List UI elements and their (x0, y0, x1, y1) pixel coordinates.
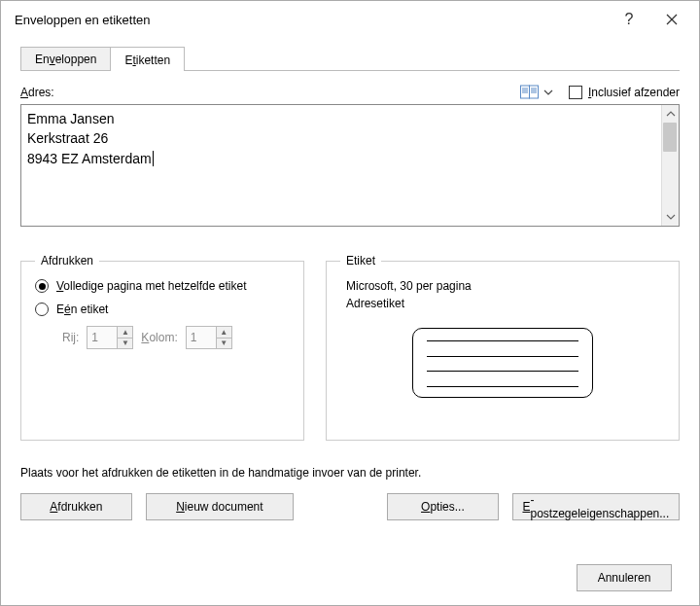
tab-labels-content: Adres: Inclusie (15, 71, 685, 553)
dialog-body: Enveloppen Etiketten Adres: (1, 38, 699, 605)
address-book-icon (520, 85, 540, 100)
print-group: Afdrukken Volledige pagina met hetzelfde… (20, 254, 304, 441)
label-info-line: Adresetiket (346, 297, 665, 310)
col-label: Kolom: (141, 331, 177, 344)
address-row: Adres: Inclusie (20, 85, 680, 100)
address-textarea[interactable]: Emma Jansen Kerkstraat 26 8943 EZ Amster… (20, 104, 680, 227)
radio-dot (39, 283, 46, 290)
preview-line (427, 386, 578, 387)
scroll-thumb[interactable] (663, 123, 677, 152)
radio-indicator (35, 279, 49, 293)
scroll-up-button[interactable] (662, 105, 679, 123)
tabs: Enveloppen Etiketten (20, 44, 680, 71)
row-input[interactable] (88, 327, 117, 348)
close-button[interactable] (650, 5, 693, 34)
titlebar: Enveloppen en etiketten ? (1, 1, 699, 38)
footer: Annuleren (15, 553, 685, 591)
label-group: Etiket Microsoft, 30 per pagina Adreseti… (326, 254, 680, 441)
include-sender-label: Inclusief afzender (588, 86, 680, 99)
options-button[interactable]: Opties... (387, 493, 499, 520)
col-spin-buttons[interactable]: ▲▼ (216, 327, 231, 348)
help-button[interactable]: ? (608, 5, 650, 34)
chevron-up-icon (666, 109, 676, 119)
action-buttons: Afdrukken Nieuw document Opties... E-pos… (20, 493, 680, 520)
address-line: Kerkstraat 26 (27, 128, 659, 148)
preview-line (427, 340, 578, 341)
tab-labels[interactable]: Etiketten (110, 47, 185, 71)
new-document-button[interactable]: Nieuw document (146, 493, 294, 520)
print-button[interactable]: Afdrukken (20, 493, 132, 520)
dialog-window: Enveloppen en etiketten ? Enveloppen Eti… (0, 0, 700, 606)
e-postage-properties-button[interactable]: E-postzegeleigenschappen... (512, 493, 680, 520)
tab-envelopes[interactable]: Enveloppen (20, 47, 110, 70)
include-sender-checkbox[interactable]: Inclusief afzender (569, 86, 680, 99)
scrollbar[interactable] (661, 105, 679, 226)
label-preview[interactable] (412, 328, 593, 398)
printer-hint: Plaats voor het afdrukken de etiketten i… (20, 466, 680, 480)
label-group-legend: Etiket (340, 254, 381, 267)
col-spinner[interactable]: ▲▼ (186, 326, 232, 349)
address-line: 8943 EZ Amsterdam (27, 149, 659, 168)
radio-single-text: Eén etiket (56, 303, 108, 316)
address-book-button[interactable] (520, 85, 553, 100)
chevron-down-icon (543, 85, 553, 100)
text-caret (153, 151, 154, 166)
preview-line (427, 356, 578, 357)
row-label: Rij: (62, 331, 79, 344)
preview-line (427, 371, 578, 372)
dialog-title: Enveloppen en etiketten (15, 13, 608, 27)
radio-indicator (35, 303, 49, 316)
radio-full-label: Volledige pagina met hetzelfde etiket (56, 279, 246, 293)
radio-full-page[interactable]: Volledige pagina met hetzelfde etiket (35, 279, 290, 293)
radio-single-label[interactable]: Eén etiket (35, 303, 290, 316)
chevron-down-icon (666, 212, 676, 222)
row-spinner[interactable]: ▲▼ (87, 326, 133, 349)
close-icon (666, 14, 678, 25)
address-label: Adres: (20, 86, 520, 99)
groups-row: Afdrukken Volledige pagina met hetzelfde… (20, 254, 680, 441)
row-col-controls: Rij: ▲▼ Kolom: ▲▼ (62, 326, 290, 349)
col-input[interactable] (187, 327, 216, 348)
label-info-line: Microsoft, 30 per pagina (346, 279, 665, 293)
row-spin-buttons[interactable]: ▲▼ (117, 327, 132, 348)
checkbox-box (569, 86, 582, 99)
address-line: Emma Jansen (27, 109, 659, 128)
cancel-button[interactable]: Annuleren (577, 564, 672, 591)
print-group-legend: Afdrukken (35, 254, 99, 267)
scroll-down-button[interactable] (662, 208, 679, 226)
